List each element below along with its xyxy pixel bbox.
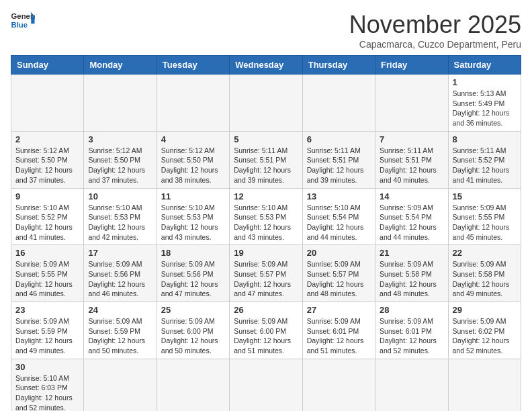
day-number: 17 <box>88 248 152 258</box>
calendar-week-5: 23Sunrise: 5:09 AM Sunset: 5:59 PM Dayli… <box>11 302 521 359</box>
day-number: 13 <box>307 191 371 201</box>
day-number: 6 <box>307 134 371 144</box>
day-number: 26 <box>234 305 298 315</box>
weekday-header-tuesday: Tuesday <box>157 56 229 75</box>
day-info: Sunrise: 5:09 AM Sunset: 5:55 PM Dayligh… <box>15 259 79 299</box>
day-number: 1 <box>453 77 517 87</box>
day-info: Sunrise: 5:09 AM Sunset: 6:01 PM Dayligh… <box>307 316 371 356</box>
day-number: 4 <box>161 134 225 144</box>
calendar-week-4: 16Sunrise: 5:09 AM Sunset: 5:55 PM Dayli… <box>11 245 521 302</box>
calendar-cell: 13Sunrise: 5:10 AM Sunset: 5:54 PM Dayli… <box>302 188 375 245</box>
calendar-cell: 29Sunrise: 5:09 AM Sunset: 6:02 PM Dayli… <box>448 302 521 359</box>
calendar-week-2: 2Sunrise: 5:12 AM Sunset: 5:50 PM Daylig… <box>11 131 521 188</box>
calendar-cell: 1Sunrise: 5:13 AM Sunset: 5:49 PM Daylig… <box>448 75 521 132</box>
calendar-cell <box>84 359 157 411</box>
calendar-cell: 28Sunrise: 5:09 AM Sunset: 6:01 PM Dayli… <box>375 302 448 359</box>
day-info: Sunrise: 5:09 AM Sunset: 5:57 PM Dayligh… <box>307 259 371 299</box>
calendar-cell <box>230 359 302 411</box>
weekday-header-saturday: Saturday <box>448 56 521 75</box>
weekday-header-wednesday: Wednesday <box>230 56 302 75</box>
calendar-cell: 5Sunrise: 5:11 AM Sunset: 5:51 PM Daylig… <box>230 131 302 188</box>
day-info: Sunrise: 5:09 AM Sunset: 5:58 PM Dayligh… <box>380 259 443 299</box>
day-info: Sunrise: 5:10 AM Sunset: 5:54 PM Dayligh… <box>307 203 371 242</box>
generalblue-logo-icon: General Blue <box>11 11 35 30</box>
calendar-cell: 12Sunrise: 5:10 AM Sunset: 5:53 PM Dayli… <box>230 188 302 245</box>
calendar-table: SundayMondayTuesdayWednesdayThursdayFrid… <box>11 55 521 411</box>
day-info: Sunrise: 5:12 AM Sunset: 5:50 PM Dayligh… <box>161 146 225 185</box>
day-info: Sunrise: 5:09 AM Sunset: 5:54 PM Dayligh… <box>380 203 443 242</box>
day-number: 12 <box>234 191 298 201</box>
weekday-header-sunday: Sunday <box>11 56 84 75</box>
day-number: 22 <box>453 248 517 258</box>
weekday-header-monday: Monday <box>84 56 157 75</box>
calendar-cell: 17Sunrise: 5:09 AM Sunset: 5:56 PM Dayli… <box>84 245 157 302</box>
calendar-cell: 4Sunrise: 5:12 AM Sunset: 5:50 PM Daylig… <box>157 131 229 188</box>
day-info: Sunrise: 5:09 AM Sunset: 5:59 PM Dayligh… <box>88 316 152 356</box>
calendar-cell: 24Sunrise: 5:09 AM Sunset: 5:59 PM Dayli… <box>84 302 157 359</box>
calendar-cell: 18Sunrise: 5:09 AM Sunset: 5:56 PM Dayli… <box>157 245 229 302</box>
calendar-cell: 22Sunrise: 5:09 AM Sunset: 5:58 PM Dayli… <box>448 245 521 302</box>
day-info: Sunrise: 5:10 AM Sunset: 5:53 PM Dayligh… <box>88 203 152 242</box>
day-info: Sunrise: 5:09 AM Sunset: 5:58 PM Dayligh… <box>453 259 517 299</box>
calendar-week-1: 1Sunrise: 5:13 AM Sunset: 5:49 PM Daylig… <box>11 75 521 132</box>
day-info: Sunrise: 5:10 AM Sunset: 6:03 PM Dayligh… <box>15 373 79 411</box>
calendar-cell <box>157 359 229 411</box>
day-number: 23 <box>15 305 79 315</box>
calendar-cell <box>448 359 521 411</box>
svg-text:Blue: Blue <box>11 21 28 29</box>
day-info: Sunrise: 5:09 AM Sunset: 6:01 PM Dayligh… <box>380 316 443 356</box>
day-info: Sunrise: 5:11 AM Sunset: 5:51 PM Dayligh… <box>307 146 371 185</box>
day-info: Sunrise: 5:09 AM Sunset: 5:56 PM Dayligh… <box>161 259 225 299</box>
title-area: November 2025 Capacmarca, Cuzco Departme… <box>349 11 521 50</box>
calendar-cell <box>230 75 302 132</box>
day-number: 5 <box>234 134 298 144</box>
day-info: Sunrise: 5:13 AM Sunset: 5:49 PM Dayligh… <box>453 89 517 128</box>
day-info: Sunrise: 5:09 AM Sunset: 5:59 PM Dayligh… <box>15 316 79 356</box>
calendar-cell: 20Sunrise: 5:09 AM Sunset: 5:57 PM Dayli… <box>302 245 375 302</box>
calendar-cell: 30Sunrise: 5:10 AM Sunset: 6:03 PM Dayli… <box>11 359 84 411</box>
calendar-cell: 15Sunrise: 5:09 AM Sunset: 5:55 PM Dayli… <box>448 188 521 245</box>
weekday-header-thursday: Thursday <box>302 56 375 75</box>
calendar-subtitle: Capacmarca, Cuzco Department, Peru <box>349 39 521 50</box>
calendar-cell: 26Sunrise: 5:09 AM Sunset: 6:00 PM Dayli… <box>230 302 302 359</box>
day-number: 30 <box>15 362 79 372</box>
day-number: 3 <box>88 134 152 144</box>
day-info: Sunrise: 5:10 AM Sunset: 5:53 PM Dayligh… <box>234 203 298 242</box>
day-info: Sunrise: 5:09 AM Sunset: 6:02 PM Dayligh… <box>453 316 517 356</box>
weekday-header-row: SundayMondayTuesdayWednesdayThursdayFrid… <box>11 56 521 75</box>
day-number: 16 <box>15 248 79 258</box>
calendar-title: November 2025 <box>349 11 521 39</box>
day-number: 8 <box>453 134 517 144</box>
day-number: 27 <box>307 305 371 315</box>
calendar-cell <box>375 359 448 411</box>
day-number: 21 <box>380 248 443 258</box>
calendar-cell: 3Sunrise: 5:12 AM Sunset: 5:50 PM Daylig… <box>84 131 157 188</box>
day-number: 28 <box>380 305 443 315</box>
day-info: Sunrise: 5:11 AM Sunset: 5:51 PM Dayligh… <box>380 146 443 185</box>
calendar-cell: 21Sunrise: 5:09 AM Sunset: 5:58 PM Dayli… <box>375 245 448 302</box>
day-number: 29 <box>453 305 517 315</box>
day-number: 24 <box>88 305 152 315</box>
calendar-cell: 6Sunrise: 5:11 AM Sunset: 5:51 PM Daylig… <box>302 131 375 188</box>
calendar-week-3: 9Sunrise: 5:10 AM Sunset: 5:52 PM Daylig… <box>11 188 521 245</box>
day-info: Sunrise: 5:09 AM Sunset: 5:57 PM Dayligh… <box>234 259 298 299</box>
day-number: 20 <box>307 248 371 258</box>
day-info: Sunrise: 5:10 AM Sunset: 5:53 PM Dayligh… <box>161 203 225 242</box>
calendar-week-6: 30Sunrise: 5:10 AM Sunset: 6:03 PM Dayli… <box>11 359 521 411</box>
calendar-cell: 9Sunrise: 5:10 AM Sunset: 5:52 PM Daylig… <box>11 188 84 245</box>
day-info: Sunrise: 5:11 AM Sunset: 5:51 PM Dayligh… <box>234 146 298 185</box>
day-info: Sunrise: 5:12 AM Sunset: 5:50 PM Dayligh… <box>15 146 79 185</box>
day-number: 10 <box>88 191 152 201</box>
day-number: 18 <box>161 248 225 258</box>
day-info: Sunrise: 5:10 AM Sunset: 5:52 PM Dayligh… <box>15 203 79 242</box>
calendar-cell: 10Sunrise: 5:10 AM Sunset: 5:53 PM Dayli… <box>84 188 157 245</box>
calendar-cell <box>302 75 375 132</box>
day-number: 11 <box>161 191 225 201</box>
calendar-cell: 19Sunrise: 5:09 AM Sunset: 5:57 PM Dayli… <box>230 245 302 302</box>
day-info: Sunrise: 5:09 AM Sunset: 5:55 PM Dayligh… <box>453 203 517 242</box>
calendar-cell: 16Sunrise: 5:09 AM Sunset: 5:55 PM Dayli… <box>11 245 84 302</box>
day-number: 14 <box>380 191 443 201</box>
calendar-cell: 27Sunrise: 5:09 AM Sunset: 6:01 PM Dayli… <box>302 302 375 359</box>
logo: General Blue <box>11 11 35 30</box>
day-number: 2 <box>15 134 79 144</box>
